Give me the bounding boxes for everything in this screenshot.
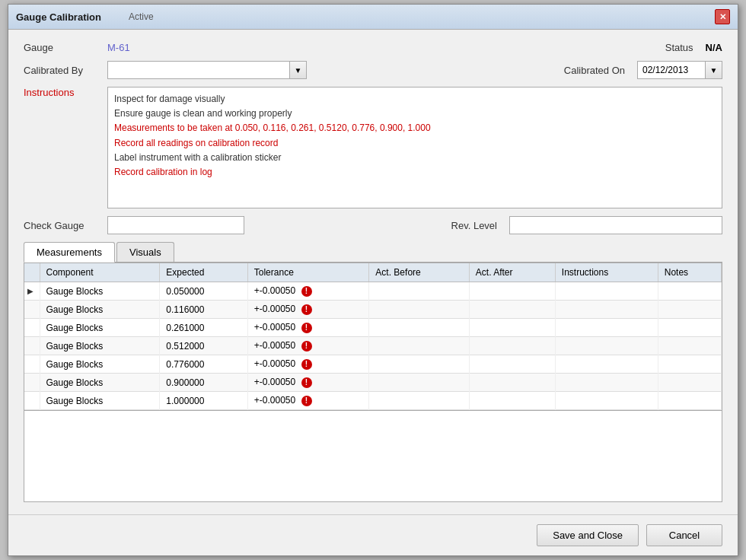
row-component: Gauge Blocks (40, 319, 160, 337)
error-icon: ! (301, 304, 312, 315)
table-row[interactable]: Gauge Blocks0.261000+-0.00050 ! (24, 319, 722, 337)
window-status: Active (129, 11, 154, 22)
tabs-container: Measurements Visuals (24, 242, 722, 262)
calibrated-by-dropdown-btn[interactable]: ▼ (290, 61, 307, 79)
row-expected: 0.116000 (160, 301, 247, 319)
row-component: Gauge Blocks (40, 282, 160, 301)
gauge-value: M-61 (107, 42, 130, 53)
row-notes (658, 319, 721, 337)
row-instructions (555, 355, 658, 374)
instruction-line-5: Label instrument with a calibration stic… (114, 151, 716, 165)
row-tolerance: +-0.00050 ! (247, 355, 369, 374)
row-expected: 0.050000 (160, 282, 247, 301)
calibrated-on-dropdown-btn[interactable]: ▼ (706, 61, 722, 79)
row-arrow (24, 392, 40, 410)
status-group: Status N/A (665, 42, 722, 53)
error-icon: ! (301, 323, 312, 333)
measurements-table: Component Expected Tolerance Act. Before… (24, 263, 722, 410)
close-button[interactable]: ✕ (715, 9, 730, 24)
main-content: Gauge M-61 Status N/A Calibrated By ▼ Ca… (8, 30, 738, 514)
row-notes (658, 355, 721, 374)
row-instructions (555, 319, 658, 337)
instruction-line-3: Measurements to be taken at 0.050, 0.116… (114, 121, 716, 135)
row-tolerance: +-0.00050 ! (247, 337, 369, 355)
tab-visuals[interactable]: Visuals (116, 242, 174, 262)
calibrated-by-select-wrapper: ▼ (107, 61, 307, 79)
row-act-after (469, 282, 555, 301)
row-act-after (469, 301, 555, 319)
tab-measurements[interactable]: Measurements (24, 242, 115, 262)
check-gauge-input[interactable] (107, 216, 244, 234)
row-expected: 0.776000 (160, 355, 247, 374)
rev-level-input[interactable] (509, 216, 722, 234)
col-arrow (24, 263, 40, 282)
row-act-before (369, 392, 469, 410)
row-notes (658, 392, 721, 410)
row-notes (658, 374, 721, 392)
gauge-calibration-window: Gauge Calibration Active ✕ Gauge M-61 St… (8, 4, 738, 556)
row-notes (658, 337, 721, 355)
table-row[interactable]: Gauge Blocks0.776000+-0.00050 ! (24, 355, 722, 374)
instructions-label: Instructions (24, 87, 107, 98)
error-icon: ! (301, 377, 312, 388)
table-row[interactable]: Gauge Blocks0.116000+-0.00050 ! (24, 301, 722, 319)
error-icon: ! (301, 341, 312, 352)
table-row[interactable]: Gauge Blocks0.900000+-0.00050 ! (24, 374, 722, 392)
cancel-button[interactable]: Cancel (646, 524, 722, 546)
instructions-content: Inspect for damage visually Ensure gauge… (107, 87, 722, 208)
col-act-after: Act. After (469, 263, 555, 282)
row-instructions (555, 282, 658, 301)
check-gauge-row: Check Gauge Rev. Level (24, 216, 722, 234)
row-instructions (555, 337, 658, 355)
row-instructions (555, 301, 658, 319)
table-row[interactable]: ▶Gauge Blocks0.050000+-0.00050 ! (24, 282, 722, 301)
row-act-before (369, 319, 469, 337)
error-icon: ! (301, 359, 312, 370)
calibrated-on-date-wrapper: ▼ (637, 61, 722, 79)
row-tolerance: +-0.00050 ! (247, 392, 369, 410)
col-instructions: Instructions (555, 263, 658, 282)
save-close-button[interactable]: Save and Close (537, 524, 639, 546)
table-row[interactable]: Gauge Blocks1.000000+-0.00050 ! (24, 392, 722, 410)
rev-level-group: Rev. Level (451, 216, 722, 234)
row-tolerance: +-0.00050 ! (247, 301, 369, 319)
calibrated-by-label: Calibrated By (24, 65, 107, 76)
row-notes (658, 282, 721, 301)
row-component: Gauge Blocks (40, 337, 160, 355)
window-title: Gauge Calibration (16, 11, 101, 23)
empty-area (24, 411, 722, 502)
row-tolerance: +-0.00050 ! (247, 319, 369, 337)
instruction-line-1: Inspect for damage visually (114, 92, 716, 107)
row-act-after (469, 355, 555, 374)
row-act-after (469, 319, 555, 337)
col-notes: Notes (658, 263, 721, 282)
row-act-before (369, 301, 469, 319)
measurements-table-container: Component Expected Tolerance Act. Before… (24, 262, 722, 411)
col-expected: Expected (160, 263, 247, 282)
row-expected: 0.512000 (160, 337, 247, 355)
rev-level-label: Rev. Level (451, 220, 497, 231)
row-arrow: ▶ (24, 282, 40, 301)
instructions-row: Instructions Inspect for damage visually… (24, 87, 722, 208)
calibrated-by-input[interactable] (107, 61, 290, 79)
table-row[interactable]: Gauge Blocks0.512000+-0.00050 ! (24, 337, 722, 355)
check-gauge-label: Check Gauge (24, 220, 107, 231)
title-bar: Gauge Calibration Active ✕ (8, 5, 738, 30)
calibrated-on-group: Calibrated On ▼ (564, 61, 722, 79)
row-act-after (469, 392, 555, 410)
row-tolerance: +-0.00050 ! (247, 282, 369, 301)
instruction-line-6: Record calibration in log (114, 165, 716, 180)
status-label: Status (665, 42, 693, 53)
gauge-label: Gauge (24, 42, 107, 53)
error-icon: ! (301, 396, 312, 406)
row-arrow (24, 337, 40, 355)
status-value: N/A (706, 42, 722, 53)
row-expected: 1.000000 (160, 392, 247, 410)
row-arrow (24, 319, 40, 337)
row-tolerance: +-0.00050 ! (247, 374, 369, 392)
row-arrow (24, 301, 40, 319)
gauge-row: Gauge M-61 Status N/A (24, 42, 722, 53)
calibrated-on-input[interactable] (637, 61, 706, 79)
row-arrow (24, 374, 40, 392)
table-header-row: Component Expected Tolerance Act. Before… (24, 263, 722, 282)
